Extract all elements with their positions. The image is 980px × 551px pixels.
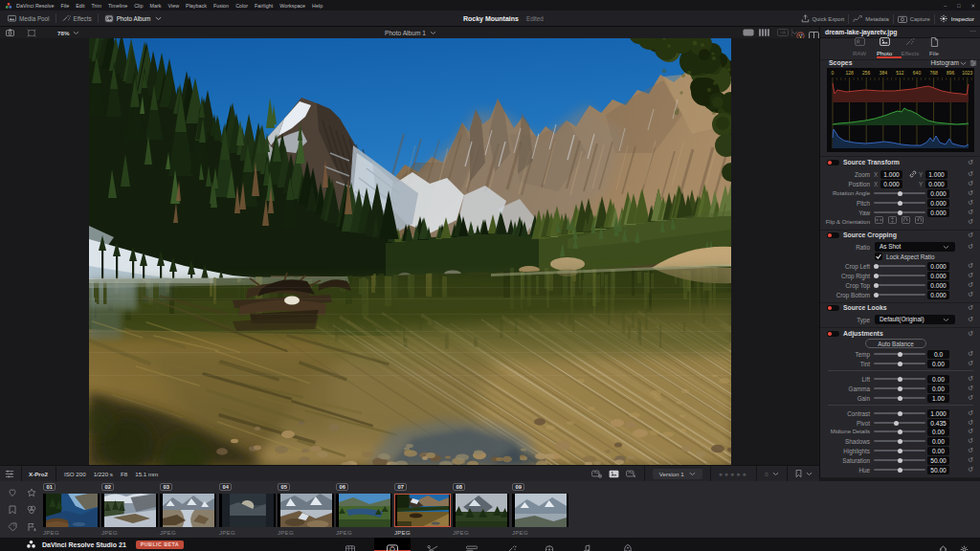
svg-text:512: 512 — [896, 70, 904, 76]
svg-text:1023: 1023 — [962, 70, 972, 76]
svg-text:128: 128 — [845, 70, 854, 76]
svg-text:768: 768 — [929, 70, 938, 76]
svg-text:896: 896 — [947, 70, 955, 76]
svg-text:256: 256 — [862, 70, 871, 76]
svg-text:0: 0 — [832, 70, 835, 76]
svg-text:384: 384 — [880, 70, 888, 76]
svg-text:640: 640 — [913, 70, 922, 76]
